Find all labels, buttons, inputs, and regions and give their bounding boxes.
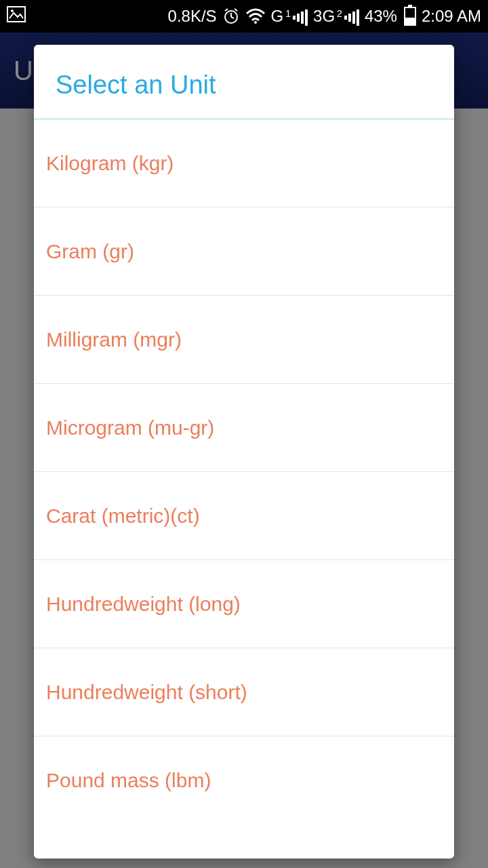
unit-label: Gram (gr) <box>46 240 134 263</box>
unit-list: Kilogram (kgr) Gram (gr) Milligram (mgr)… <box>34 119 454 859</box>
signal2-group: 3G 2 <box>313 7 359 26</box>
signal2-sup: 2 <box>337 8 342 19</box>
status-bar: 0.8K/S G 1 3G 2 43% 2:09 AM <box>0 0 488 33</box>
unit-label: Kilogram (kgr) <box>46 152 174 175</box>
dialog-title: Select an Unit <box>34 45 454 119</box>
unit-label: Milligram (mgr) <box>46 328 182 351</box>
svg-line-6 <box>235 9 237 11</box>
unit-label: Microgram (mu-gr) <box>46 416 214 439</box>
signal-bars-icon <box>344 9 359 26</box>
select-unit-dialog: Select an Unit Kilogram (kgr) Gram (gr) … <box>34 45 454 859</box>
unit-label: Hundredweight (long) <box>46 593 241 616</box>
signal2-label: 3G <box>313 7 335 26</box>
unit-option-milligram[interactable]: Milligram (mgr) <box>34 296 454 384</box>
signal1-group: G 1 <box>271 7 308 26</box>
battery-icon <box>404 7 416 26</box>
signal1-sup: 1 <box>285 8 291 19</box>
svg-line-5 <box>225 9 228 11</box>
signal1-label: G <box>271 7 284 26</box>
unit-option-hundredweight-short[interactable]: Hundredweight (short) <box>34 648 454 736</box>
wifi-icon <box>245 8 266 24</box>
unit-option-hundredweight-long[interactable]: Hundredweight (long) <box>34 560 454 648</box>
battery-pct: 43% <box>365 7 397 26</box>
clock-time: 2:09 AM <box>422 7 481 26</box>
unit-option-kilogram[interactable]: Kilogram (kgr) <box>34 119 454 208</box>
svg-rect-0 <box>7 7 25 22</box>
svg-point-1 <box>11 9 14 12</box>
unit-label: Carat (metric)(ct) <box>46 505 200 528</box>
status-right: 0.8K/S G 1 3G 2 43% 2:09 AM <box>168 7 481 26</box>
svg-point-7 <box>254 21 257 24</box>
unit-option-microgram[interactable]: Microgram (mu-gr) <box>34 384 454 472</box>
unit-option-pound-mass[interactable]: Pound mass (lbm) <box>34 736 454 825</box>
unit-option-carat[interactable]: Carat (metric)(ct) <box>34 472 454 560</box>
unit-label: Pound mass (lbm) <box>46 769 211 792</box>
unit-option-gram[interactable]: Gram (gr) <box>34 208 454 296</box>
svg-line-4 <box>231 17 234 18</box>
data-rate: 0.8K/S <box>168 7 217 26</box>
status-left <box>7 6 26 26</box>
unit-label: Hundredweight (short) <box>46 681 247 704</box>
picture-icon <box>7 6 26 26</box>
alarm-icon <box>222 7 240 25</box>
signal-bars-icon <box>293 9 308 26</box>
